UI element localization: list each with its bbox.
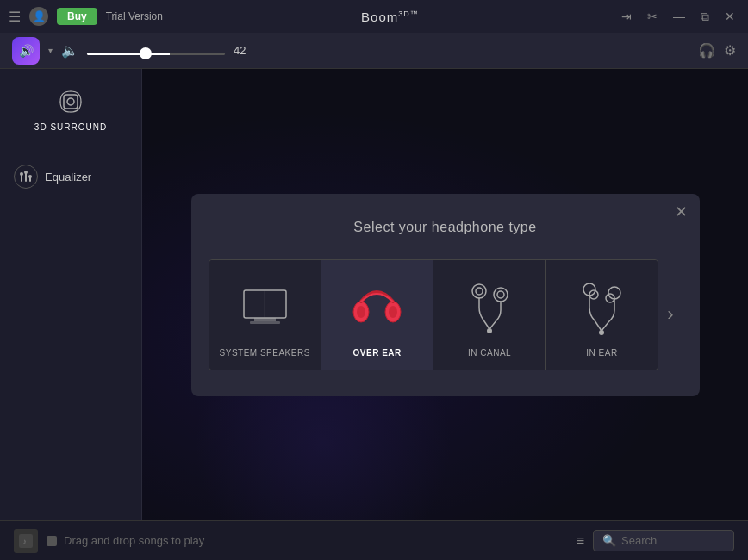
system-speakers-icon [234, 277, 295, 338]
in-ear-label: IN EAR [586, 348, 617, 358]
in-ear-icon [571, 277, 632, 338]
sidebar-item-surround[interactable]: 3D SURROUND [34, 86, 107, 132]
svg-point-5 [20, 172, 23, 176]
user-avatar[interactable]: 👤 [29, 7, 48, 26]
svg-point-18 [494, 288, 508, 302]
headphone-list: SYSTEM SPEAKERS [209, 259, 659, 370]
dropdown-icon[interactable]: ▾ [48, 46, 53, 55]
equalizer-label: Equalizer [45, 171, 91, 184]
title-bar-right: ⇥ ✂ — ⧉ ✕ [617, 8, 739, 26]
in-canal-icon [459, 277, 520, 338]
svg-point-14 [357, 306, 365, 318]
settings-icon[interactable]: ⚙ [724, 42, 736, 59]
app-name-suffix: 3D™ [398, 9, 419, 18]
svg-point-6 [24, 171, 28, 174]
search-box[interactable]: 🔍 [593, 530, 734, 551]
over-ear-label: OVER EAR [353, 348, 402, 358]
svg-point-25 [599, 330, 604, 335]
svg-point-1 [67, 98, 74, 105]
headphone-option-over-ear[interactable]: OVER EAR [321, 260, 433, 370]
surround-label: 3D SURROUND [34, 122, 107, 132]
app-title: Boom3D™ [171, 9, 608, 24]
headphone-option-in-ear[interactable]: IN EAR [546, 260, 658, 370]
modal-close-button[interactable]: ✕ [675, 202, 688, 221]
volume-value: 42 [234, 44, 255, 57]
svg-point-24 [606, 294, 614, 302]
equalizer-icon [14, 165, 38, 189]
sidebar-item-equalizer[interactable]: Equalizer [0, 158, 141, 196]
svg-rect-8 [244, 290, 286, 318]
drag-drop-indicator [47, 536, 57, 546]
buy-button[interactable]: Buy [57, 8, 97, 25]
trial-label: Trial Version [106, 10, 163, 22]
surround-icon [55, 86, 86, 117]
headphone-options: SYSTEM SPEAKERS [209, 259, 683, 370]
title-bar-left: ☰ 👤 Buy Trial Version [9, 7, 163, 26]
volume-slider-container [87, 43, 225, 59]
airplay-icon[interactable]: ⇥ [617, 8, 636, 25]
title-bar: ☰ 👤 Buy Trial Version Boom3D™ ⇥ ✂ — ⧉ ✕ [0, 0, 748, 33]
svg-point-22 [589, 290, 598, 299]
svg-rect-10 [250, 321, 280, 324]
svg-point-19 [497, 291, 504, 298]
content-area: My Windows PC This equalizer preset has … [142, 69, 748, 520]
search-input[interactable] [621, 534, 725, 547]
volume-bar: 🔊 ▾ 🔈 42 🎧 ⚙ [0, 33, 748, 69]
nav-next-button[interactable]: › [658, 303, 682, 326]
svg-rect-0 [64, 95, 78, 109]
speaker-icon: 🔈 [61, 42, 78, 59]
headphone-output-icon[interactable]: 🎧 [698, 42, 715, 59]
bottom-bar: ♪ Drag and drop songs to play ≡ 🔍 [0, 520, 748, 560]
album-thumbnail: ♪ [14, 529, 38, 553]
svg-point-20 [487, 328, 492, 333]
restore-button[interactable]: ⧉ [696, 8, 714, 26]
over-ear-icon [347, 277, 408, 338]
volume-right-controls: 🎧 ⚙ [698, 42, 736, 59]
system-speakers-label: SYSTEM SPEAKERS [220, 348, 310, 358]
playlist-icon[interactable]: ≡ [577, 533, 584, 549]
svg-point-7 [28, 175, 32, 178]
modal-title: Select your headphone type [209, 220, 683, 235]
boom-logo: 🔊 [12, 37, 40, 65]
drag-drop-area: Drag and drop songs to play [47, 534, 568, 547]
headphone-modal: ✕ Select your headphone type [191, 194, 700, 396]
svg-point-17 [476, 288, 483, 295]
menu-icon[interactable]: ☰ [9, 9, 21, 25]
headphone-option-system-speakers[interactable]: SYSTEM SPEAKERS [209, 260, 321, 370]
volume-slider[interactable] [87, 53, 225, 55]
svg-text:♪: ♪ [22, 537, 27, 546]
headphone-option-in-canal[interactable]: IN CANAL [433, 260, 545, 370]
sidebar: 3D SURROUND Equalizer [0, 69, 142, 520]
svg-point-16 [472, 284, 486, 298]
app-name: Boom [361, 9, 398, 24]
connect-icon[interactable]: ✂ [643, 8, 662, 25]
modal-overlay: ✕ Select your headphone type [142, 69, 748, 520]
svg-point-15 [389, 306, 397, 318]
main-layout: 3D SURROUND Equalizer My Windows PC Th [0, 69, 748, 520]
minimize-button[interactable]: — [669, 8, 689, 25]
drag-drop-text: Drag and drop songs to play [64, 534, 204, 547]
in-canal-label: IN CANAL [468, 348, 511, 358]
search-icon: 🔍 [602, 534, 616, 547]
svg-rect-9 [254, 318, 276, 321]
close-button[interactable]: ✕ [720, 8, 739, 25]
